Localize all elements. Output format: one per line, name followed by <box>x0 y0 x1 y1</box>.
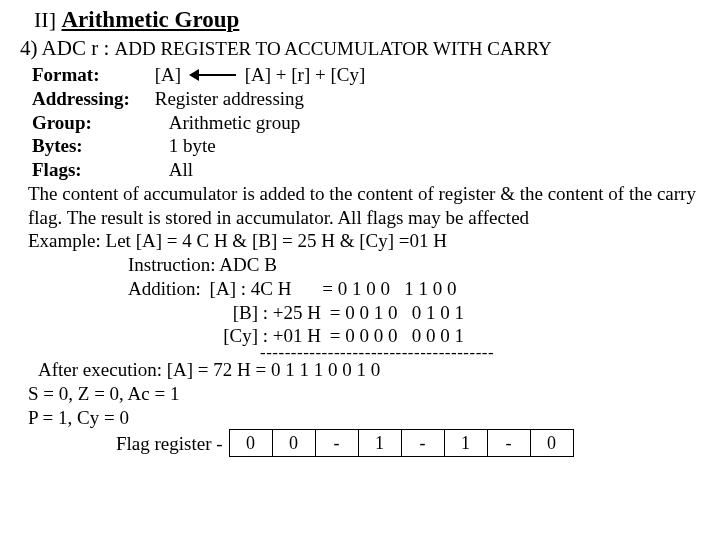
flags-value: All <box>169 159 193 180</box>
flags-label: Flags: <box>32 158 150 182</box>
format-label: Format: <box>32 63 124 87</box>
example-instruction: Instruction: ADC B <box>128 253 706 277</box>
document-page: II] Arithmetic Group 4) ADC r : ADD REGI… <box>0 0 720 465</box>
separator-dashes: -------------------------------------- <box>260 348 706 358</box>
description-text: The content of accumulator is added to t… <box>28 182 706 230</box>
row-b-binary: = 0 0 1 0 0 1 0 1 <box>330 302 464 323</box>
flags-row: Flags: All <box>28 158 706 182</box>
addressing-label: Addressing: <box>32 87 150 111</box>
flag-cell: - <box>402 429 445 457</box>
flag-cell: 0 <box>273 429 316 457</box>
row-a-binary: = 0 1 0 0 1 1 0 0 <box>322 278 456 299</box>
addition-row-a: Addition: [A] : 4C H = 0 1 0 0 1 1 0 0 <box>128 277 706 301</box>
row-a-label: [A] : 4C H <box>210 277 318 301</box>
status-flags-line1: S = 0, Z = 0, Ac = 1 <box>28 382 706 406</box>
flag-cell: 1 <box>359 429 402 457</box>
format-lhs: [A] <box>155 64 181 85</box>
flag-cell: 0 <box>230 429 273 457</box>
mnemonic: ADC r : <box>42 36 110 60</box>
flag-register-row: Flag register - 0 0 - 1 - 1 - 0 <box>116 429 706 457</box>
mnemonic-description: ADD REGISTER TO ACCUMULATOR WITH CARRY <box>115 38 552 59</box>
group-label: Group: <box>32 111 150 135</box>
example-let: Example: Let [A] = 4 C H & [B] = 25 H & … <box>28 229 706 253</box>
group-value: Arithmetic group <box>169 112 300 133</box>
flag-cell: 1 <box>445 429 488 457</box>
left-arrow-icon <box>190 70 236 80</box>
flag-cell: - <box>316 429 359 457</box>
format-row: Format: [A] [A] + [r] + [Cy] <box>32 63 706 87</box>
section-heading: II] Arithmetic Group <box>34 6 706 35</box>
row-b-label: [B] : +25 H <box>207 301 325 325</box>
format-rhs: [A] + [r] + [Cy] <box>245 64 366 85</box>
flag-cell: 0 <box>531 429 574 457</box>
bytes-value: 1 byte <box>169 135 216 156</box>
after-execution: After execution: [A] = 72 H = 0 1 1 1 0 … <box>38 358 706 382</box>
instruction-heading: 4) ADC r : ADD REGISTER TO ACCUMULATOR W… <box>20 35 706 61</box>
addressing-value: Register addressing <box>155 88 304 109</box>
bytes-label: Bytes: <box>32 134 150 158</box>
heading-title: Arithmetic Group <box>61 7 239 32</box>
details-block: Format: [A] [A] + [r] + [Cy] Addressing:… <box>32 63 706 457</box>
flag-register-label: Flag register - <box>116 432 223 456</box>
group-row: Group: Arithmetic group <box>28 111 706 135</box>
addressing-row: Addressing: Register addressing <box>32 87 706 111</box>
status-flags-line2: P = 1, Cy = 0 <box>28 406 706 430</box>
flag-register-table: 0 0 - 1 - 1 - 0 <box>229 429 574 457</box>
flag-cell: - <box>488 429 531 457</box>
addition-label: Addition: <box>128 278 201 299</box>
bytes-row: Bytes: 1 byte <box>28 134 706 158</box>
item-number: 4) <box>20 36 38 60</box>
heading-number: II] <box>34 7 56 32</box>
addition-row-b: [B] : +25 H = 0 0 1 0 0 1 0 1 <box>207 301 706 325</box>
